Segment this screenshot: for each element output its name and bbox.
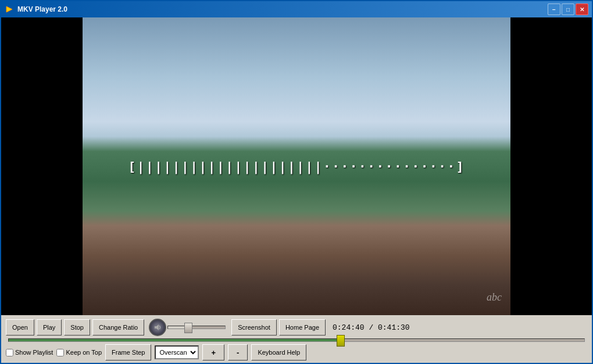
time-display: 0:24:40 / 0:41:30 — [333, 323, 410, 332]
stop-button[interactable]: Stop — [64, 319, 90, 336]
volume-icon-button[interactable] — [149, 319, 166, 336]
window-title: MKV Player 2.0 — [17, 5, 548, 13]
keep-on-top-checkbox[interactable] — [56, 349, 64, 356]
close-button[interactable]: ✕ — [576, 3, 588, 15]
seek-fill — [9, 339, 342, 341]
volume-container — [149, 319, 227, 336]
home-page-button[interactable]: Home Page — [279, 319, 326, 336]
plus-button[interactable]: + — [202, 344, 224, 361]
window-controls: − □ ✕ — [548, 3, 588, 15]
seek-row — [6, 338, 587, 342]
volume-slider-thumb[interactable] — [184, 323, 192, 333]
volume-slider-fill — [168, 326, 185, 329]
play-button[interactable]: Play — [37, 319, 62, 336]
title-bar: MKV Player 2.0 − □ ✕ — [1, 1, 592, 17]
keep-on-top-text: Keep on Top — [66, 349, 102, 356]
controls-area: Open Play Stop Change Ratio Screenshot H… — [1, 315, 592, 363]
maximize-button[interactable]: □ — [562, 3, 574, 15]
change-ratio-button[interactable]: Change Ratio — [92, 319, 144, 336]
video-area[interactable]: [|||||||||||||||||||||···············] a… — [1, 17, 592, 315]
overscan-dropdown[interactable]: Overscan Normal 4:3 16:9 Zoom — [155, 345, 199, 359]
show-playlist-label[interactable]: Show Playlist — [6, 349, 53, 356]
svg-marker-1 — [155, 324, 159, 330]
open-button[interactable]: Open — [6, 319, 34, 336]
svg-marker-0 — [6, 6, 12, 12]
app-icon — [5, 5, 14, 14]
video-frame: [|||||||||||||||||||||···············] a… — [1, 17, 592, 315]
frame-step-button[interactable]: Frame Step — [105, 344, 151, 361]
minus-button[interactable]: - — [228, 344, 248, 361]
main-window: MKV Player 2.0 − □ ✕ [||||||||||||||||||… — [0, 0, 593, 364]
show-playlist-checkbox[interactable] — [6, 349, 13, 356]
minimize-button[interactable]: − — [548, 3, 560, 15]
controls-row-2: Show Playlist Keep on Top Frame Step Ove… — [6, 344, 587, 361]
seek-thumb[interactable] — [337, 335, 345, 347]
seek-track[interactable] — [8, 338, 585, 342]
volume-slider-track[interactable] — [167, 326, 226, 329]
controls-row-1: Open Play Stop Change Ratio Screenshot H… — [6, 319, 587, 336]
loading-bar-overlay: [|||||||||||||||||||||···············] — [128, 159, 465, 174]
screenshot-button[interactable]: Screenshot — [231, 319, 277, 336]
show-playlist-text: Show Playlist — [15, 349, 53, 356]
keep-on-top-label[interactable]: Keep on Top — [56, 349, 102, 356]
watermark: abc — [487, 291, 502, 304]
keyboard-help-button[interactable]: Keyboard Help — [251, 344, 306, 361]
